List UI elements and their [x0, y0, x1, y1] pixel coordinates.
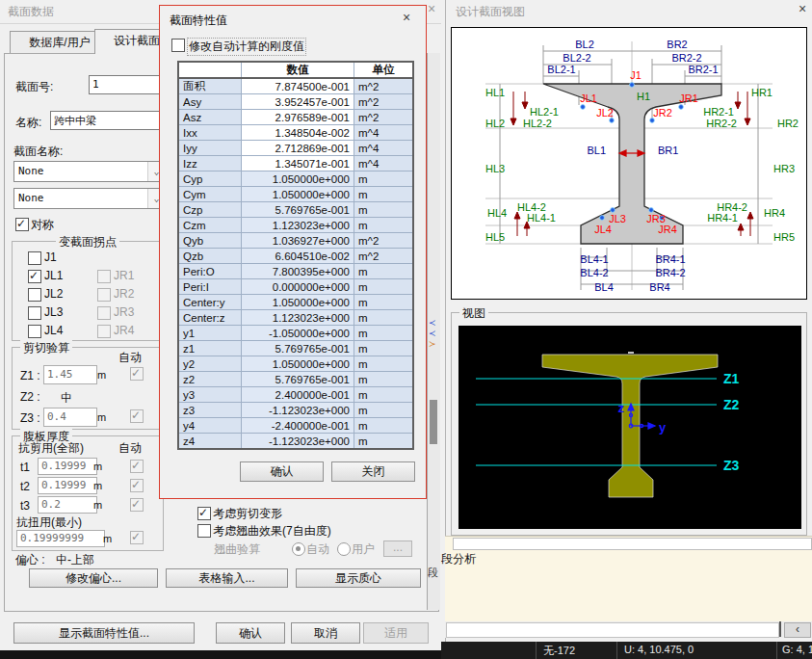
scrollbar-track[interactable]: [446, 622, 779, 638]
z1-label: Z1 :: [20, 369, 40, 382]
table-row: y4 -2.400000e-001 m: [178, 418, 413, 434]
dim-label: BL4-2: [580, 267, 608, 278]
property-value[interactable]: 1.036927e+000: [242, 233, 354, 249]
splitter-handle[interactable]: [779, 621, 781, 637]
table-row: Czp 5.769765e-001 m: [178, 202, 413, 218]
property-value[interactable]: 5.769765e-001: [242, 202, 354, 218]
section-name-combo-1[interactable]: None ⌄: [13, 161, 166, 182]
status-coords-u: U: 4, 10.475, 0: [624, 644, 694, 655]
node-j1: [630, 83, 635, 88]
warping-more-button: ...: [383, 540, 412, 557]
property-unit: m^2: [354, 110, 414, 125]
property-value[interactable]: 1.050000e+000: [242, 171, 354, 187]
table-input-button[interactable]: 表格输入...: [166, 568, 288, 588]
show-centroid-button[interactable]: 显示质心: [296, 568, 421, 588]
scrollbar-thumb[interactable]: [430, 400, 437, 444]
property-value[interactable]: -2.400000e-001: [242, 418, 354, 434]
property-value[interactable]: 2.976589e-001: [242, 110, 354, 125]
show-properties-button[interactable]: 显示截面特性值...: [13, 622, 195, 644]
property-unit: m: [354, 341, 414, 356]
property-value[interactable]: 1.345071e-001: [242, 156, 354, 171]
warping-checkbox[interactable]: [197, 524, 211, 538]
property-name: 面积: [178, 78, 242, 94]
table-row: Iyy 2.712869e-001 m^4: [178, 141, 413, 156]
table-row: z3 -1.123023e+000 m: [178, 403, 413, 418]
property-name: Asz: [178, 110, 242, 125]
horizontal-scrollbar[interactable]: ‹: [445, 621, 812, 638]
property-value[interactable]: 7.800395e+000: [242, 264, 354, 279]
window-title: 截面数据: [8, 4, 54, 20]
warping-check-label: 翘曲验算: [214, 541, 260, 558]
property-value[interactable]: -1.050000e+000: [242, 326, 354, 341]
property-value[interactable]: 1.050000e+000: [242, 295, 354, 310]
scroll-left-button[interactable]: ‹: [784, 622, 811, 638]
property-value[interactable]: -1.123023e+000: [242, 434, 354, 450]
property-value[interactable]: 1.050000e+000: [242, 356, 354, 372]
ok-button[interactable]: 确认: [216, 622, 285, 644]
dim-label: HL2-2: [523, 118, 552, 129]
dim-label: BL1: [587, 145, 606, 156]
property-value[interactable]: 1.348504e-002: [242, 125, 354, 141]
property-value[interactable]: 1.050000e+000: [242, 187, 354, 202]
background-scrollbar[interactable]: ≺ ≺ ≻ 段分析: [427, 53, 440, 610]
shear-check-group: 剪切验算 自动 Z1 : 1.45 m Z2 : 中 Z3 : 0.4 m: [12, 347, 164, 430]
checkbox-label: JR4: [114, 324, 134, 337]
close-icon[interactable]: ×: [799, 2, 806, 15]
modify-offset-button[interactable]: 修改偏心...: [29, 568, 158, 588]
shear-deform-label: 考虑剪切变形: [213, 506, 282, 522]
section-shape: [543, 84, 721, 244]
property-value[interactable]: 2.400000e-001: [242, 387, 354, 403]
warping-user-label: 用户: [352, 541, 375, 558]
group-title: 视图: [459, 305, 488, 322]
section-name-combo-2[interactable]: None ⌄: [13, 188, 166, 209]
table-row: Center:y 1.050000e+000 m: [178, 295, 413, 310]
name-input[interactable]: 跨中中梁: [50, 111, 160, 130]
shear-deform-checkbox[interactable]: [197, 507, 211, 520]
modify-stiffness-checkbox[interactable]: [171, 39, 185, 52]
property-value[interactable]: 5.769765e-001: [242, 372, 354, 387]
close-icon[interactable]: ×: [403, 11, 410, 24]
checkbox-jr1: [97, 270, 111, 283]
symmetry-checkbox[interactable]: [15, 218, 29, 231]
dialog-ok-button[interactable]: 确认: [240, 461, 324, 482]
table-row: z1 5.769765e-001 m: [178, 341, 413, 356]
property-value[interactable]: 0.000000e+000: [242, 279, 354, 295]
unit-label: m: [93, 480, 102, 491]
close-icon[interactable]: ×: [428, 2, 435, 15]
divider: [536, 642, 537, 659]
table-row: y3 2.400000e-001 m: [178, 387, 413, 403]
checkbox-jl4[interactable]: [28, 325, 41, 338]
node-jl1: [581, 105, 586, 110]
dim-label: HR4: [764, 207, 785, 219]
warping-user-radio: [337, 542, 351, 556]
cancel-button[interactable]: 取消: [291, 622, 360, 644]
checkbox-j1[interactable]: [28, 251, 41, 265]
property-value[interactable]: 3.952457e-001: [242, 94, 354, 110]
node-label: J1: [630, 69, 642, 81]
section-no-input[interactable]: 1: [89, 75, 164, 94]
checkbox-jl2[interactable]: [28, 288, 41, 302]
property-value[interactable]: 1.123023e+000: [242, 310, 354, 326]
property-value[interactable]: 2.712869e-001: [242, 141, 354, 156]
property-value[interactable]: 7.874500e-001: [242, 78, 354, 94]
property-value[interactable]: 5.769765e-001: [242, 341, 354, 356]
property-unit: m^2: [354, 78, 414, 94]
checkbox-label: JL4: [44, 324, 63, 337]
table-row: Ixx 1.348504e-002 m^4: [178, 125, 413, 141]
dialog-close-button[interactable]: 关闭: [331, 461, 415, 482]
unit-label: m: [97, 369, 106, 381]
tree-glyph: ≻: [429, 340, 436, 349]
node-label: JR1: [679, 92, 698, 104]
property-value[interactable]: -1.123023e+000: [242, 403, 354, 418]
property-value[interactable]: 1.123023e+000: [242, 218, 354, 233]
symmetry-label: 对称: [31, 217, 54, 233]
status-coords-g: G: 4, 1: [782, 644, 812, 655]
checkbox-jl3[interactable]: [28, 306, 41, 320]
checkbox-jl1[interactable]: [28, 270, 41, 283]
t3-label: t3: [20, 499, 30, 513]
z3-auto-checkbox: [130, 409, 144, 423]
property-value[interactable]: 6.604510e-002: [242, 249, 354, 264]
dim-label: BR2: [667, 39, 687, 50]
unit-label: m: [97, 411, 106, 423]
checkbox-label: JR3: [114, 305, 134, 319]
